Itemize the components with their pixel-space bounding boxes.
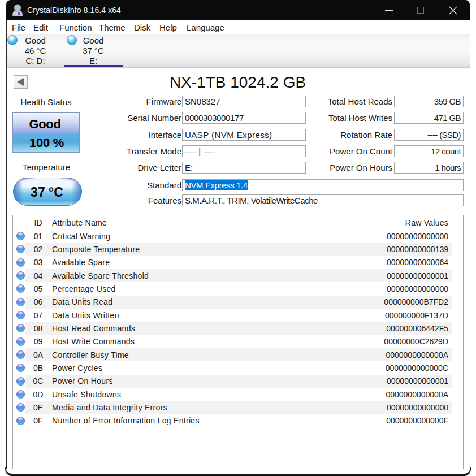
svg-text:37 °C: 37 °C [31,185,63,200]
